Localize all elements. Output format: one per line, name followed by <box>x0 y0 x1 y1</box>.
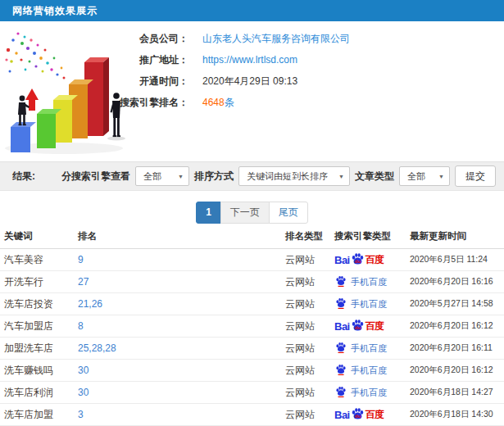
table-row: 汽车美容9云网站Baidu百度2020年6月5日 11:24 <box>0 249 504 271</box>
engine-rank-label: 搜索引擎排名： <box>0 96 188 110</box>
svg-text:du: du <box>355 413 361 418</box>
table-row: 开洗车行27云网站手机百度2020年6月20日 16:16 <box>0 271 504 293</box>
header-rank-type: 排名类型 <box>285 230 334 242</box>
chevron-down-icon: ▼ <box>178 174 184 179</box>
updated-time-text: 2020年6月18日 14:30 <box>410 409 504 420</box>
header-bar: 网络营销效果展示 <box>0 0 504 21</box>
page: 网络营销效果展示 <box>0 0 504 426</box>
updated-time-text: 2020年6月20日 16:11 <box>410 342 504 354</box>
baidu-paw-icon <box>335 364 347 375</box>
pagination: 1 下一页 尾页 <box>0 202 504 224</box>
rank-type-text: 云网站 <box>285 320 334 333</box>
keyword-text: 洗车赚钱吗 <box>4 364 78 378</box>
rank-type-text: 云网站 <box>285 364 334 378</box>
rank-link[interactable]: 8 <box>78 320 285 332</box>
info-row-member: 会员公司： 山东老人头汽车服务咨询有限公司 <box>0 28 504 49</box>
rank-type-text: 云网站 <box>285 297 334 311</box>
table-header-row: 关键词 排名 排名类型 搜索引擎类型 最新更新时间 <box>0 224 504 249</box>
keyword-text: 汽车美容 <box>4 253 78 267</box>
table-row: 洗车店加盟3云网站Baidu百度2020年6月18日 14:30 <box>0 404 504 426</box>
baidu-logo-latin: Bai <box>334 320 350 333</box>
keyword-text: 开洗车行 <box>4 275 78 289</box>
info-row-rank-count: 搜索引擎排名： 4648条 <box>0 92 504 113</box>
engine-view-select[interactable]: 全部 ▼ <box>135 166 189 186</box>
baidu-mobile-label: 手机百度 <box>351 387 387 399</box>
table-row: 汽车加盟店8云网站Baidu百度2020年6月20日 16:12 <box>0 315 504 338</box>
baidu-paw-icon <box>335 275 347 287</box>
header-updated: 最新更新时间 <box>410 230 504 242</box>
info-row-promo: 推广地址： https://www.lrtlsd.com <box>0 49 504 70</box>
baidu-mobile-label: 手机百度 <box>351 276 387 288</box>
baidu-logo: Baidu百度 <box>334 320 410 333</box>
next-page-button[interactable]: 下一页 <box>220 202 270 224</box>
updated-time-text: 2020年6月5日 11:24 <box>410 254 504 265</box>
baidu-mobile-logo: 手机百度 <box>334 298 410 310</box>
rank-count-unit: 条 <box>225 97 234 108</box>
engine-view-selected-value: 全部 <box>143 170 161 183</box>
last-page-button[interactable]: 尾页 <box>269 202 308 224</box>
sort-mode-selected-value: 关键词由短到长排序 <box>247 170 328 183</box>
baidu-mobile-logo: 手机百度 <box>334 342 410 355</box>
rank-link[interactable]: 21,26 <box>78 298 285 310</box>
baidu-logo-cn: 百度 <box>366 320 384 333</box>
chevron-down-icon: ▼ <box>438 174 444 179</box>
keyword-text: 洗车店加盟 <box>4 408 78 422</box>
promo-url-link[interactable]: https://www.lrtlsd.com <box>202 54 297 66</box>
chevron-down-icon: ▼ <box>338 174 344 179</box>
baidu-mobile-label: 手机百度 <box>351 298 387 310</box>
member-company-label: 会员公司： <box>0 32 188 46</box>
rank-type-text: 云网站 <box>285 275 334 289</box>
article-type-selected-value: 全部 <box>407 170 425 183</box>
updated-time-text: 2020年6月20日 16:16 <box>410 276 504 288</box>
engine-view-label: 分搜索引擎查看 <box>61 170 130 184</box>
table-row: 洗车店利润30云网站手机百度2020年6月18日 14:27 <box>0 382 504 404</box>
open-time-value: 2020年4月29日 09:13 <box>202 75 297 88</box>
baidu-paw-icon <box>335 297 347 309</box>
page-title: 网络营销效果展示 <box>12 0 98 21</box>
baidu-mobile-label: 手机百度 <box>351 342 387 355</box>
engine-rank-value: 4648条 <box>202 96 234 110</box>
rank-link[interactable]: 25,28,28 <box>78 342 285 354</box>
rank-link[interactable]: 27 <box>78 276 285 288</box>
submit-button[interactable]: 提交 <box>455 165 496 187</box>
baidu-paw-icon: du <box>351 319 365 333</box>
baidu-logo-latin: Bai <box>334 409 350 421</box>
baidu-paw-icon <box>335 386 347 397</box>
rank-type-text: 云网站 <box>285 408 334 422</box>
svg-text:du: du <box>355 324 361 329</box>
article-type-label: 文章类型 <box>355 170 394 184</box>
filter-controls: 分搜索引擎查看 全部 ▼ 排序方式 关键词由短到长排序 ▼ 文章类型 全部 ▼ … <box>61 165 496 187</box>
rank-link[interactable]: 30 <box>78 387 285 398</box>
member-company-link[interactable]: 山东老人头汽车服务咨询有限公司 <box>202 32 350 46</box>
header-keyword: 关键词 <box>4 230 78 242</box>
rank-type-text: 云网站 <box>285 386 334 400</box>
baidu-paw-icon <box>335 342 347 353</box>
updated-time-text: 2020年6月20日 16:12 <box>410 320 504 332</box>
baidu-mobile-logo: 手机百度 <box>334 276 410 288</box>
rank-link[interactable]: 3 <box>78 409 285 420</box>
keyword-text: 加盟洗车店 <box>4 342 78 356</box>
rank-link[interactable]: 9 <box>78 254 285 265</box>
table-body: 汽车美容9云网站Baidu百度2020年6月5日 11:24开洗车行27云网站手… <box>0 249 504 426</box>
keyword-text: 洗车店利润 <box>4 386 78 400</box>
baidu-paw-icon: du <box>351 407 365 421</box>
table-row: 加盟洗车店25,28,28云网站手机百度2020年6月20日 16:11 <box>0 338 504 360</box>
updated-time-text: 2020年6月18日 14:27 <box>410 387 504 398</box>
baidu-logo-cn: 百度 <box>366 408 384 422</box>
article-type-select[interactable]: 全部 ▼ <box>399 166 450 186</box>
results-table: 关键词 排名 排名类型 搜索引擎类型 最新更新时间 汽车美容9云网站Baidu百… <box>0 224 504 426</box>
rank-type-text: 云网站 <box>285 342 334 356</box>
keyword-text: 汽车加盟店 <box>4 320 78 333</box>
sort-mode-select[interactable]: 关键词由短到长排序 ▼ <box>238 166 350 186</box>
updated-time-text: 2020年6月20日 16:12 <box>410 365 504 376</box>
header-engine-type: 搜索引擎类型 <box>334 230 410 242</box>
rank-link[interactable]: 30 <box>78 365 285 376</box>
baidu-logo-latin: Bai <box>334 254 350 266</box>
svg-text:du: du <box>355 258 361 263</box>
page-button-current[interactable]: 1 <box>196 202 221 224</box>
table-row: 洗车赚钱吗30云网站手机百度2020年6月20日 16:12 <box>0 360 504 382</box>
baidu-mobile-logo: 手机百度 <box>334 365 410 377</box>
keyword-text: 洗车店投资 <box>4 297 78 311</box>
company-info: 会员公司： 山东老人头汽车服务咨询有限公司 推广地址： https://www.… <box>0 28 504 113</box>
updated-time-text: 2020年5月27日 14:58 <box>410 298 504 310</box>
